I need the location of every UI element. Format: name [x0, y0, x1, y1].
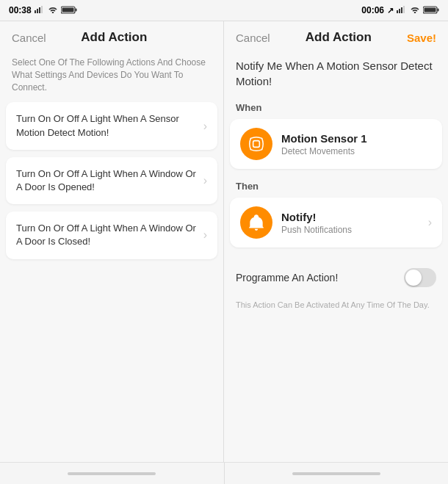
svg-rect-9	[401, 7, 402, 13]
toggle-knob	[405, 270, 422, 286]
svg-rect-0	[35, 10, 36, 13]
action-item-opened-chevron: ›	[203, 174, 207, 187]
status-time-right: 00:06	[361, 5, 384, 15]
svg-rect-6	[62, 7, 73, 12]
action-item-closed-text: Turn On Or Off A Light When A Window Or …	[16, 222, 198, 248]
location-icon: ↗	[387, 6, 394, 15]
action-item-motion[interactable]: Turn On Or Off A Light When A Sensor Mot…	[6, 102, 217, 149]
notify-name: Notify!	[281, 211, 428, 223]
status-right: 00:06 ↗	[361, 5, 439, 15]
home-indicator-left	[68, 472, 156, 475]
left-description: Select One Of The Following Actions And …	[0, 51, 223, 102]
wifi-icon-left	[48, 6, 58, 15]
svg-rect-5	[75, 8, 76, 11]
battery-icon-right	[423, 6, 439, 15]
notify-sub: Push Notifications	[281, 225, 428, 235]
svg-rect-2	[39, 7, 40, 13]
status-bar: 00:38 00:06 ↗	[0, 0, 448, 21]
sensor-sub: Detect Movements	[281, 146, 432, 156]
programme-label: Programme An Action!	[236, 272, 338, 283]
action-item-motion-text: Turn On Or Off A Light When A Sensor Mot…	[16, 112, 198, 139]
svg-rect-13	[424, 7, 436, 12]
action-item-closed-chevron: ›	[203, 228, 207, 242]
then-label: Then	[224, 178, 448, 198]
signal-icon-right	[397, 6, 407, 15]
right-action-title: Notify Me When A Motion Sensor Detect Mo…	[224, 51, 448, 99]
notify-icon-wrap	[240, 206, 272, 239]
action-item-opened-text: Turn On Or Off A Light When A Window Or …	[16, 167, 198, 194]
home-indicator-right	[292, 472, 380, 475]
right-panel: Cancel Add Action Save! Notify Me When A…	[224, 21, 448, 462]
action-item-motion-chevron: ›	[203, 120, 207, 133]
panels: Cancel Add Action Select One Of The Foll…	[0, 21, 448, 462]
home-bar	[0, 462, 448, 484]
home-half-right	[225, 463, 449, 484]
svg-rect-7	[397, 10, 398, 13]
svg-rect-14	[253, 141, 260, 148]
svg-rect-3	[41, 6, 43, 13]
when-card[interactable]: Motion Sensor 1 Detect Movements	[230, 119, 442, 169]
right-nav-title: Add Action	[306, 30, 372, 45]
status-left: 00:38	[9, 5, 77, 15]
programme-toggle[interactable]	[404, 268, 436, 287]
then-card-chevron: ›	[428, 216, 432, 229]
battery-icon-left	[61, 6, 77, 15]
programme-hint: This Action Can Be Activated At Any Time…	[224, 296, 448, 323]
action-item-closed[interactable]: Turn On Or Off A Light When A Window Or …	[6, 212, 217, 259]
svg-rect-1	[37, 9, 38, 13]
right-nav-bar: Cancel Add Action Save!	[224, 21, 448, 51]
sensor-name: Motion Sensor 1	[281, 132, 432, 145]
motion-sensor-icon	[247, 134, 266, 153]
svg-rect-8	[399, 9, 400, 13]
bell-icon	[247, 213, 266, 232]
status-time-left: 00:38	[9, 5, 32, 15]
left-panel: Cancel Add Action Select One Of The Foll…	[0, 21, 224, 462]
svg-rect-12	[438, 8, 439, 11]
left-nav-bar: Cancel Add Action	[0, 21, 223, 51]
right-save-button[interactable]: Save!	[407, 32, 436, 44]
left-nav-title: Add Action	[81, 30, 147, 45]
programme-row: Programme An Action!	[224, 259, 448, 296]
action-item-opened[interactable]: Turn On Or Off A Light When A Window Or …	[6, 157, 217, 204]
sensor-info: Motion Sensor 1 Detect Movements	[281, 132, 432, 156]
then-card[interactable]: Notify! Push Notifications ›	[230, 198, 442, 248]
when-label: When	[224, 99, 448, 119]
wifi-icon-right	[410, 6, 420, 15]
notify-info: Notify! Push Notifications	[281, 211, 428, 235]
sensor-icon-wrap	[240, 128, 272, 160]
left-action-list: Turn On Or Off A Light When A Sensor Mot…	[0, 102, 223, 462]
right-cancel-button[interactable]: Cancel	[236, 32, 270, 44]
signal-icon-left	[35, 6, 45, 15]
left-cancel-button[interactable]: Cancel	[12, 32, 46, 44]
svg-rect-10	[403, 6, 405, 13]
home-half-left	[0, 463, 225, 484]
